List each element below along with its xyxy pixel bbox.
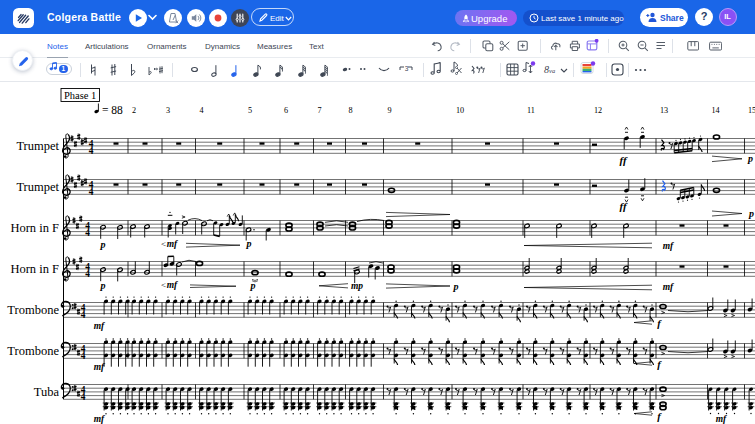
svg-text:10: 10 [456, 106, 464, 115]
svg-text:Phase 1: Phase 1 [64, 90, 96, 101]
svg-text:11: 11 [527, 106, 535, 115]
svg-text:12: 12 [594, 106, 602, 115]
svg-text:7: 7 [318, 106, 322, 115]
svg-text:ff: ff [619, 154, 627, 166]
svg-text:4: 4 [200, 106, 204, 115]
svg-text:15: 15 [748, 106, 755, 115]
svg-text:f: f [657, 411, 662, 422]
svg-text:mf: mf [663, 241, 674, 251]
svg-text:p: p [246, 238, 252, 249]
svg-text:f: f [657, 318, 662, 329]
svg-text:mf: mf [167, 239, 178, 249]
svg-text:mf: mf [716, 414, 727, 424]
svg-text:p: p [748, 208, 754, 219]
svg-text:4: 4 [89, 146, 94, 156]
svg-text:mp: mp [351, 281, 363, 291]
svg-text:<: < [161, 280, 166, 290]
svg-text:Trombone: Trombone [7, 303, 59, 317]
svg-text:3: 3 [405, 65, 409, 72]
svg-text:p: p [100, 239, 106, 250]
svg-text:6: 6 [284, 106, 288, 115]
svg-text:Horn in F: Horn in F [10, 262, 59, 276]
svg-text:p: p [100, 280, 106, 291]
svg-text:4: 4 [81, 392, 86, 402]
svg-text:4: 4 [81, 351, 86, 361]
svg-text:2: 2 [132, 106, 136, 115]
svg-text:Trumpet: Trumpet [16, 180, 59, 194]
svg-text:= 88: = 88 [102, 104, 123, 116]
svg-text:p: p [747, 153, 753, 164]
svg-text:mf: mf [94, 321, 105, 331]
svg-text:Trumpet: Trumpet [16, 139, 59, 153]
svg-text:9: 9 [388, 106, 392, 115]
svg-text:5: 5 [248, 106, 252, 115]
svg-text:14: 14 [712, 106, 720, 115]
svg-text:13: 13 [660, 106, 668, 115]
svg-text:mf: mf [167, 280, 178, 290]
svg-text:f: f [657, 359, 662, 370]
svg-text:4: 4 [81, 310, 86, 320]
svg-text:4: 4 [85, 228, 90, 238]
svg-text:mf: mf [94, 362, 105, 372]
svg-text:4: 4 [85, 269, 90, 279]
svg-text:3: 3 [166, 106, 170, 115]
svg-text:Tuba: Tuba [34, 385, 60, 399]
svg-text:Trombone: Trombone [7, 344, 59, 358]
svg-text:4: 4 [89, 187, 94, 197]
svg-text:mf: mf [663, 282, 674, 292]
svg-text:8: 8 [349, 106, 353, 115]
svg-text:p: p [453, 281, 459, 292]
svg-text:mf: mf [94, 414, 105, 424]
svg-text:<: < [161, 239, 166, 249]
svg-text:Horn in F: Horn in F [10, 221, 59, 235]
